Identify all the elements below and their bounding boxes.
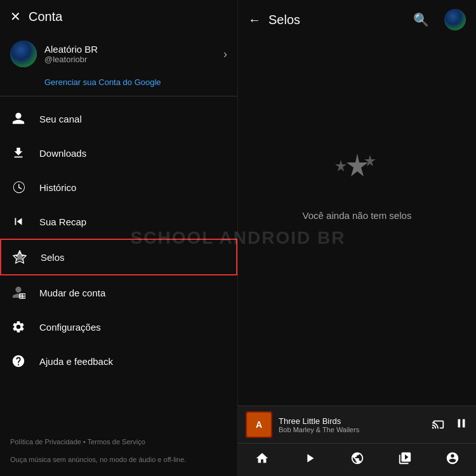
menu-label-seu-canal: Seu canal <box>39 114 82 124</box>
help-icon <box>10 353 27 369</box>
left-panel-title: Conta <box>29 10 62 24</box>
nav-account[interactable] <box>440 449 465 471</box>
selos-icon <box>11 249 28 265</box>
back-icon[interactable]: ← <box>248 13 261 27</box>
close-icon[interactable]: ✕ <box>10 9 21 24</box>
empty-state-text: Você ainda não tem selos <box>303 210 412 221</box>
menu-label-sua-recap: Sua Recap <box>39 216 86 227</box>
nav-explore[interactable] <box>345 449 369 471</box>
explore-icon <box>350 451 364 468</box>
track-info: Three Little Birds Bob Marley & The Wail… <box>279 416 425 433</box>
right-header: ← Selos 🔍 <box>238 0 476 39</box>
track-title: Three Little Birds <box>279 416 425 426</box>
bottom-nav <box>238 443 476 476</box>
play-icon <box>303 451 317 468</box>
nav-home[interactable] <box>250 449 274 471</box>
album-art: A <box>246 411 272 438</box>
menu-item-historico[interactable]: Histórico <box>0 170 237 204</box>
menu-label-mudar-conta: Mudar de conta <box>39 288 105 298</box>
library-icon <box>398 451 412 468</box>
footer-links: Política de Privacidade • Termos de Serv… <box>0 425 237 452</box>
settings-icon <box>10 319 27 335</box>
account-handle: @leatoriobr <box>44 55 216 64</box>
nav-play[interactable] <box>298 449 322 471</box>
svg-point-2 <box>22 255 23 256</box>
track-artist: Bob Marley & The Wailers <box>279 426 425 433</box>
history-icon <box>10 179 27 195</box>
account-name: Aleatório BR <box>44 44 216 55</box>
avatar <box>10 41 37 67</box>
svg-text:A: A <box>256 420 262 430</box>
right-panel-title: Selos <box>268 13 406 27</box>
switch-account-icon <box>10 284 27 301</box>
manage-google-link[interactable]: Gerenciar sua Conta do Google <box>0 75 237 96</box>
menu-item-mudar-conta[interactable]: Mudar de conta <box>0 275 237 310</box>
menu-label-historico: Histórico <box>39 182 76 193</box>
pause-icon[interactable] <box>454 416 468 433</box>
svg-marker-4 <box>347 154 368 176</box>
player-controls <box>432 416 468 433</box>
menu-item-sua-recap[interactable]: Sua Recap <box>0 204 237 239</box>
home-icon <box>255 451 269 468</box>
nav-library[interactable] <box>393 449 417 471</box>
cast-icon[interactable] <box>432 416 446 433</box>
menu-label-selos: Selos <box>41 252 65 263</box>
profile-avatar[interactable] <box>444 9 466 30</box>
left-header: ✕ Conta <box>0 0 237 33</box>
now-playing-bar[interactable]: A Three Little Birds Bob Marley & The Wa… <box>238 406 476 443</box>
menu-item-ajuda[interactable]: Ajuda e feedback <box>0 344 237 378</box>
menu-label-ajuda: Ajuda e feedback <box>39 356 113 367</box>
svg-marker-6 <box>364 155 376 166</box>
menu-item-configuracoes[interactable]: Configurações <box>0 310 237 344</box>
chevron-right-icon: › <box>223 48 227 61</box>
menu-item-downloads[interactable]: Downloads <box>0 136 237 170</box>
recap-icon <box>10 213 27 230</box>
account-row[interactable]: Aleatório BR @leatoriobr › <box>0 33 237 75</box>
person-icon <box>10 110 27 127</box>
menu-item-seu-canal[interactable]: Seu canal <box>0 102 237 136</box>
svg-point-0 <box>19 252 20 253</box>
svg-point-1 <box>17 255 18 256</box>
svg-marker-5 <box>335 160 347 171</box>
menu-label-downloads: Downloads <box>39 148 86 159</box>
right-panel: ← Selos 🔍 Você ainda não tem selos A <box>238 0 476 476</box>
search-icon[interactable]: 🔍 <box>413 12 429 27</box>
menu-item-selos[interactable]: Selos <box>0 239 237 275</box>
download-icon <box>10 145 27 161</box>
left-panel: ✕ Conta Aleatório BR @leatoriobr › Geren… <box>0 0 238 476</box>
account-circle-icon <box>446 451 459 468</box>
account-info: Aleatório BR @leatoriobr <box>44 44 216 64</box>
stars-decoration-icon <box>332 149 383 200</box>
menu-label-configuracoes: Configurações <box>39 322 101 333</box>
divider <box>0 96 237 96</box>
footer-note: Ouça música sem anúncios, no modo de áud… <box>0 452 237 476</box>
empty-state: Você ainda não tem selos <box>238 39 476 406</box>
